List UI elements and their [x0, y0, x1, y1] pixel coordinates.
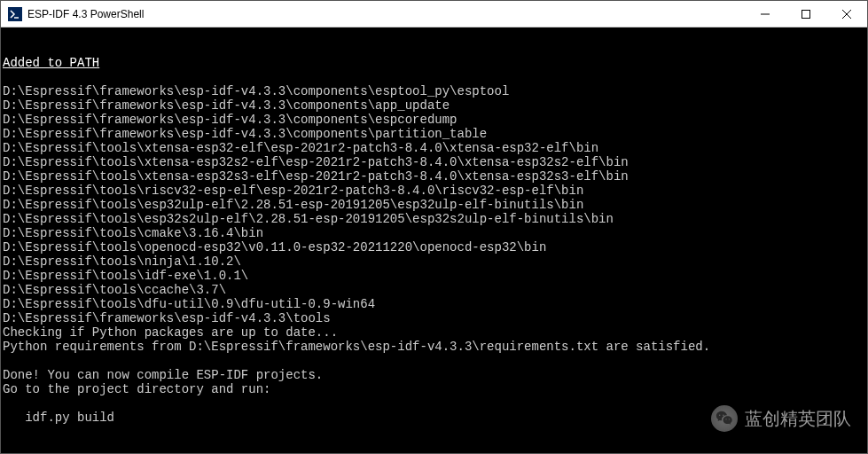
watermark: 蓝创精英团队 [711, 405, 851, 432]
terminal-line: D:\Espressif\tools\ninja\1.10.2\ [3, 254, 865, 269]
terminal-line: D:\Espressif\tools\ccache\3.7\ [3, 283, 865, 297]
window: ESP-IDF 4.3 PowerShell Added to PATH D:\… [0, 0, 868, 454]
terminal-line: D:\Espressif\tools\riscv32-esp-elf\esp-2… [3, 184, 865, 198]
close-button[interactable] [826, 1, 867, 27]
terminal-line: D:\Espressif\frameworks\esp-idf-v4.3.3\c… [3, 98, 865, 113]
terminal-line: D:\Espressif\frameworks\esp-idf-v4.3.3\c… [3, 127, 865, 141]
wechat-icon [711, 405, 738, 432]
window-title: ESP-IDF 4.3 PowerShell [27, 8, 745, 20]
terminal-output[interactable]: Added to PATH D:\Espressif\frameworks\es… [1, 27, 867, 453]
window-controls [745, 1, 867, 27]
terminal-line: D:\Espressif\frameworks\esp-idf-v4.3.3\t… [3, 311, 865, 325]
terminal-line: D:\Espressif\frameworks\esp-idf-v4.3.3\c… [3, 84, 865, 98]
terminal-line: D:\Espressif\tools\xtensa-esp32s2-elf\es… [3, 155, 865, 169]
terminal-line: D:\Espressif\frameworks\esp-idf-v4.3.3\c… [3, 113, 865, 127]
terminal-line: Added to PATH [3, 56, 865, 70]
titlebar[interactable]: ESP-IDF 4.3 PowerShell [1, 1, 867, 27]
watermark-text: 蓝创精英团队 [745, 411, 851, 426]
terminal-line [3, 70, 865, 84]
terminal-line [3, 439, 865, 453]
terminal-line: D:\Espressif\tools\esp32ulp-elf\2.28.51-… [3, 198, 865, 212]
terminal-line [3, 354, 865, 368]
terminal-line: Done! You can now compile ESP-IDF projec… [3, 368, 865, 382]
terminal-line: D:\Espressif\tools\openocd-esp32\v0.11.0… [3, 240, 865, 254]
terminal-line: D:\Espressif\tools\esp32s2ulp-elf\2.28.5… [3, 212, 865, 226]
terminal-line: Go to the project directory and run: [3, 382, 865, 396]
powershell-icon [8, 7, 22, 21]
terminal-line: Python requirements from D:\Espressif\fr… [3, 340, 865, 354]
terminal-line: D:\Espressif\tools\cmake\3.16.4\bin [3, 226, 865, 240]
terminal-line: D:\Espressif\tools\xtensa-esp32s3-elf\es… [3, 169, 865, 184]
svg-rect-3 [802, 10, 810, 18]
terminal-line: D:\Espressif\tools\xtensa-esp32-elf\esp-… [3, 141, 865, 155]
maximize-button[interactable] [786, 1, 826, 27]
terminal-line: D:\Espressif\tools\dfu-util\0.9\dfu-util… [3, 297, 865, 311]
minimize-button[interactable] [745, 1, 786, 27]
terminal-line: D:\Espressif\tools\idf-exe\1.0.1\ [3, 269, 865, 283]
terminal-line: Checking if Python packages are up to da… [3, 325, 865, 340]
